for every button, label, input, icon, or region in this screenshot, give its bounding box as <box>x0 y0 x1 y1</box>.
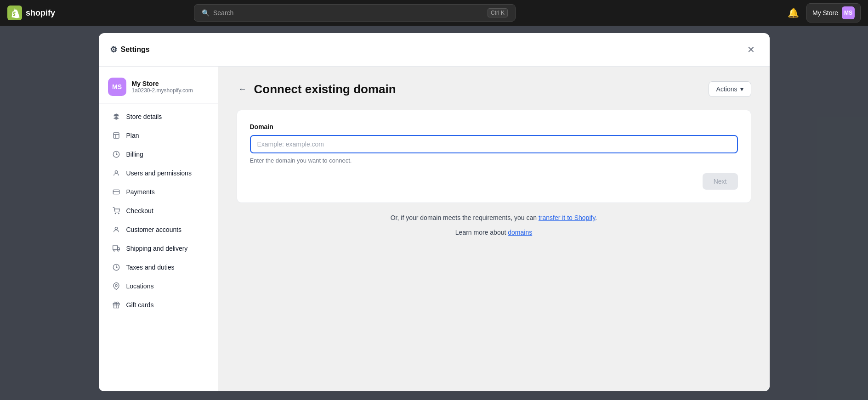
sidebar-store-avatar: MS <box>108 78 126 96</box>
modal-overlay: ⚙ Settings ✕ MS My Store 1a0230-2.myshop… <box>0 26 868 400</box>
sidebar-item-plan[interactable]: Plan <box>102 126 214 145</box>
sidebar-item-label: Gift cards <box>126 301 154 309</box>
sidebar-item-checkout[interactable]: Checkout <box>102 202 214 220</box>
search-icon: 🔍 <box>202 9 210 17</box>
svg-point-6 <box>118 213 119 214</box>
transfer-link[interactable]: transfer it to Shopify <box>539 214 595 221</box>
transfer-section: Or, if your domain meets the requirement… <box>237 214 751 221</box>
sidebar-item-label: Customer accounts <box>126 226 182 233</box>
back-button[interactable]: ← <box>237 83 249 96</box>
sidebar-item-taxes-duties[interactable]: Taxes and duties <box>102 258 214 276</box>
svg-rect-4 <box>113 190 119 194</box>
sidebar-item-label: Store details <box>126 113 162 120</box>
sidebar-item-locations[interactable]: Locations <box>102 277 214 295</box>
sidebar-item-label: Checkout <box>126 207 153 214</box>
users-icon <box>112 169 121 178</box>
shopify-bag-icon <box>7 6 22 20</box>
svg-rect-1 <box>113 133 119 138</box>
domain-hint: Enter the domain you want to connect. <box>250 157 738 164</box>
transfer-period: . <box>595 214 597 221</box>
modal-header: ⚙ Settings ✕ <box>99 33 770 67</box>
location-icon <box>112 282 121 291</box>
sidebar-item-label: Users and permissions <box>126 169 192 177</box>
domain-label: Domain <box>250 123 738 130</box>
svg-point-7 <box>115 227 117 230</box>
sidebar-item-store-details[interactable]: Store details <box>102 107 214 126</box>
taxes-icon <box>112 263 121 272</box>
title-row: ← Connect existing domain <box>237 82 396 96</box>
modal-title-text: Settings <box>121 45 150 54</box>
domain-input[interactable] <box>250 135 738 153</box>
sidebar-nav: Store details Plan Billing <box>99 107 218 314</box>
modal-body: MS My Store 1a0230-2.myshopify.com Store… <box>99 67 770 391</box>
store-menu-button[interactable]: My Store MS <box>806 3 861 23</box>
actions-button[interactable]: Actions ▾ <box>709 81 751 97</box>
back-arrow-icon: ← <box>238 85 247 94</box>
store-profile: MS My Store 1a0230-2.myshopify.com <box>99 74 218 104</box>
svg-point-10 <box>117 250 119 251</box>
settings-sidebar: MS My Store 1a0230-2.myshopify.com Store… <box>99 67 218 391</box>
settings-modal: ⚙ Settings ✕ MS My Store 1a0230-2.myshop… <box>99 33 770 391</box>
shopify-logo: shopify <box>7 6 55 20</box>
page-title: Connect existing domain <box>254 82 396 96</box>
shopify-wordmark: shopify <box>26 8 55 18</box>
sidebar-item-shipping-delivery[interactable]: Shipping and delivery <box>102 239 214 258</box>
gift-icon <box>112 300 121 310</box>
search-shortcut: Ctrl K <box>488 8 508 17</box>
navbar: shopify 🔍 Search Ctrl K 🔔 My Store MS <box>0 0 868 26</box>
sidebar-item-label: Taxes and duties <box>126 264 175 271</box>
sidebar-item-gift-cards[interactable]: Gift cards <box>102 296 214 314</box>
sidebar-item-label: Billing <box>126 151 143 158</box>
close-icon: ✕ <box>747 45 755 55</box>
plan-icon <box>112 131 121 140</box>
billing-icon <box>112 150 121 159</box>
notifications-button[interactable]: 🔔 <box>786 6 801 20</box>
svg-point-9 <box>113 250 115 251</box>
sidebar-item-billing[interactable]: Billing <box>102 145 214 163</box>
svg-rect-8 <box>113 246 117 250</box>
bell-icon: 🔔 <box>788 8 799 18</box>
actions-label: Actions <box>716 85 738 93</box>
search-container: 🔍 Search Ctrl K <box>194 4 516 22</box>
svg-point-5 <box>115 213 115 214</box>
svg-point-12 <box>115 285 117 287</box>
sidebar-item-label: Payments <box>126 188 155 196</box>
learn-section: Learn more about domains <box>237 229 751 236</box>
store-name: My Store <box>812 9 838 17</box>
navbar-right: 🔔 My Store MS <box>786 3 861 23</box>
sidebar-store-domain: 1a0230-2.myshopify.com <box>132 87 193 94</box>
domain-card: Domain Enter the domain you want to conn… <box>237 110 751 203</box>
search-box[interactable]: 🔍 Search Ctrl K <box>194 4 516 22</box>
sidebar-item-label: Shipping and delivery <box>126 245 188 252</box>
payments-icon <box>112 187 121 197</box>
settings-icon: ⚙ <box>110 45 117 55</box>
chevron-down-icon: ▾ <box>740 85 743 93</box>
sidebar-store-name: My Store <box>132 80 193 87</box>
sidebar-item-payments[interactable]: Payments <box>102 183 214 201</box>
transfer-text: Or, if your domain meets the requirement… <box>391 214 537 221</box>
sidebar-item-label: Locations <box>126 282 154 290</box>
main-content: ← Connect existing domain Actions ▾ Doma… <box>218 67 770 391</box>
checkout-icon <box>112 206 121 215</box>
customer-icon <box>112 225 121 234</box>
sidebar-item-label: Plan <box>126 132 139 139</box>
learn-text: Learn more about <box>455 229 506 236</box>
svg-point-3 <box>115 171 117 173</box>
close-button[interactable]: ✕ <box>743 42 759 57</box>
domains-link[interactable]: domains <box>508 229 532 236</box>
next-button[interactable]: Next <box>703 173 738 190</box>
store-icon <box>112 112 121 121</box>
modal-title: ⚙ Settings <box>110 45 150 55</box>
search-placeholder: Search <box>213 9 233 17</box>
store-avatar: MS <box>842 6 855 19</box>
shipping-icon <box>112 244 121 253</box>
sidebar-item-users-permissions[interactable]: Users and permissions <box>102 164 214 182</box>
sidebar-item-customer-accounts[interactable]: Customer accounts <box>102 220 214 239</box>
content-header: ← Connect existing domain Actions ▾ <box>237 81 751 97</box>
card-footer: Next <box>250 173 738 190</box>
